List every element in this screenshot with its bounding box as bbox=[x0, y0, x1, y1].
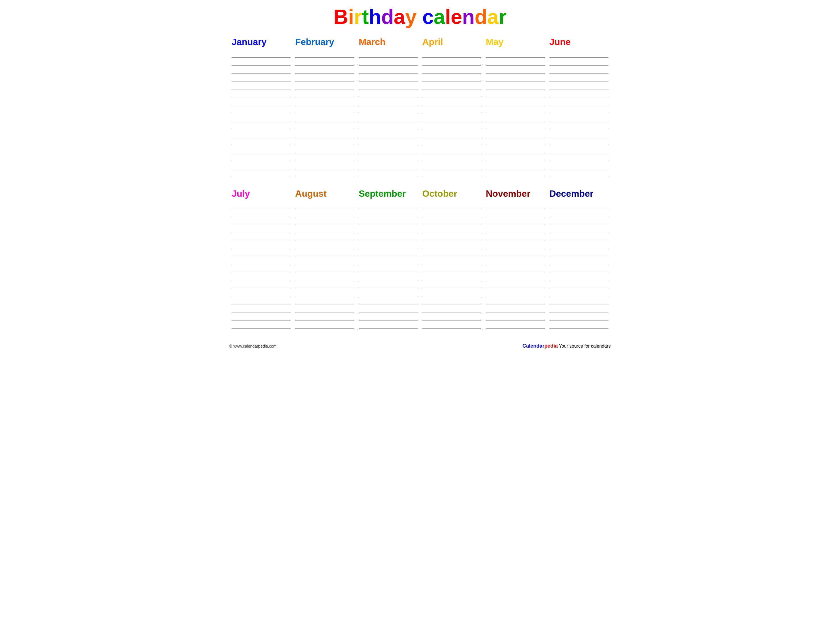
line[interactable] bbox=[232, 81, 291, 89]
line[interactable] bbox=[422, 113, 481, 121]
line[interactable] bbox=[359, 169, 418, 177]
line[interactable] bbox=[422, 169, 481, 177]
line[interactable] bbox=[486, 65, 545, 73]
line[interactable] bbox=[486, 241, 545, 249]
line[interactable] bbox=[549, 257, 608, 265]
line[interactable] bbox=[232, 297, 291, 305]
line[interactable] bbox=[549, 305, 608, 313]
line[interactable] bbox=[232, 121, 291, 129]
line[interactable] bbox=[295, 137, 354, 145]
line[interactable] bbox=[359, 145, 418, 153]
line[interactable] bbox=[486, 113, 545, 121]
line[interactable] bbox=[486, 129, 545, 137]
line[interactable] bbox=[549, 89, 608, 97]
line[interactable] bbox=[422, 121, 481, 129]
line[interactable] bbox=[486, 169, 545, 177]
line[interactable] bbox=[295, 169, 354, 177]
line[interactable] bbox=[232, 145, 291, 153]
line[interactable] bbox=[295, 305, 354, 313]
line[interactable] bbox=[295, 321, 354, 329]
line[interactable] bbox=[549, 65, 608, 73]
line[interactable] bbox=[295, 241, 354, 249]
line[interactable] bbox=[295, 225, 354, 233]
line[interactable] bbox=[359, 113, 418, 121]
line[interactable] bbox=[359, 73, 418, 81]
line[interactable] bbox=[295, 201, 354, 209]
line[interactable] bbox=[295, 265, 354, 273]
line[interactable] bbox=[232, 249, 291, 257]
line[interactable] bbox=[359, 81, 418, 89]
line[interactable] bbox=[422, 249, 481, 257]
line[interactable] bbox=[295, 273, 354, 281]
line[interactable] bbox=[359, 305, 418, 313]
line[interactable] bbox=[359, 57, 418, 65]
line[interactable] bbox=[232, 225, 291, 233]
line[interactable] bbox=[549, 273, 608, 281]
line[interactable] bbox=[295, 81, 354, 89]
line[interactable] bbox=[486, 265, 545, 273]
line[interactable] bbox=[422, 225, 481, 233]
line[interactable] bbox=[422, 73, 481, 81]
line[interactable] bbox=[486, 289, 545, 297]
line[interactable] bbox=[549, 49, 608, 57]
line[interactable] bbox=[549, 169, 608, 177]
line[interactable] bbox=[486, 225, 545, 233]
line[interactable] bbox=[295, 65, 354, 73]
line[interactable] bbox=[359, 241, 418, 249]
line[interactable] bbox=[422, 153, 481, 161]
line[interactable] bbox=[295, 105, 354, 113]
line[interactable] bbox=[549, 145, 608, 153]
line[interactable] bbox=[232, 113, 291, 121]
line[interactable] bbox=[422, 297, 481, 305]
line[interactable] bbox=[359, 49, 418, 57]
line[interactable] bbox=[422, 321, 481, 329]
line[interactable] bbox=[359, 201, 418, 209]
line[interactable] bbox=[549, 113, 608, 121]
line[interactable] bbox=[549, 225, 608, 233]
line[interactable] bbox=[422, 89, 481, 97]
line[interactable] bbox=[549, 97, 608, 105]
line[interactable] bbox=[295, 113, 354, 121]
line[interactable] bbox=[486, 105, 545, 113]
line[interactable] bbox=[359, 121, 418, 129]
line[interactable] bbox=[422, 265, 481, 273]
line[interactable] bbox=[486, 81, 545, 89]
line[interactable] bbox=[486, 145, 545, 153]
line[interactable] bbox=[486, 233, 545, 241]
line[interactable] bbox=[295, 145, 354, 153]
line[interactable] bbox=[295, 249, 354, 257]
line[interactable] bbox=[232, 289, 291, 297]
line[interactable] bbox=[359, 65, 418, 73]
line[interactable] bbox=[232, 105, 291, 113]
line[interactable] bbox=[232, 265, 291, 273]
line[interactable] bbox=[295, 129, 354, 137]
line[interactable] bbox=[232, 273, 291, 281]
line[interactable] bbox=[422, 161, 481, 169]
line[interactable] bbox=[549, 201, 608, 209]
line[interactable] bbox=[549, 105, 608, 113]
line[interactable] bbox=[295, 161, 354, 169]
line[interactable] bbox=[486, 49, 545, 57]
line[interactable] bbox=[486, 281, 545, 289]
line[interactable] bbox=[232, 161, 291, 169]
line[interactable] bbox=[422, 289, 481, 297]
line[interactable] bbox=[295, 121, 354, 129]
line[interactable] bbox=[422, 145, 481, 153]
line[interactable] bbox=[549, 297, 608, 305]
line[interactable] bbox=[295, 313, 354, 321]
line[interactable] bbox=[422, 81, 481, 89]
line[interactable] bbox=[359, 209, 418, 217]
line[interactable] bbox=[486, 297, 545, 305]
line[interactable] bbox=[549, 313, 608, 321]
line[interactable] bbox=[359, 249, 418, 257]
line[interactable] bbox=[549, 217, 608, 225]
line[interactable] bbox=[486, 321, 545, 329]
line[interactable] bbox=[232, 129, 291, 137]
line[interactable] bbox=[422, 65, 481, 73]
line[interactable] bbox=[295, 257, 354, 265]
line[interactable] bbox=[549, 121, 608, 129]
line[interactable] bbox=[359, 217, 418, 225]
line[interactable] bbox=[295, 57, 354, 65]
line[interactable] bbox=[359, 105, 418, 113]
line[interactable] bbox=[359, 265, 418, 273]
